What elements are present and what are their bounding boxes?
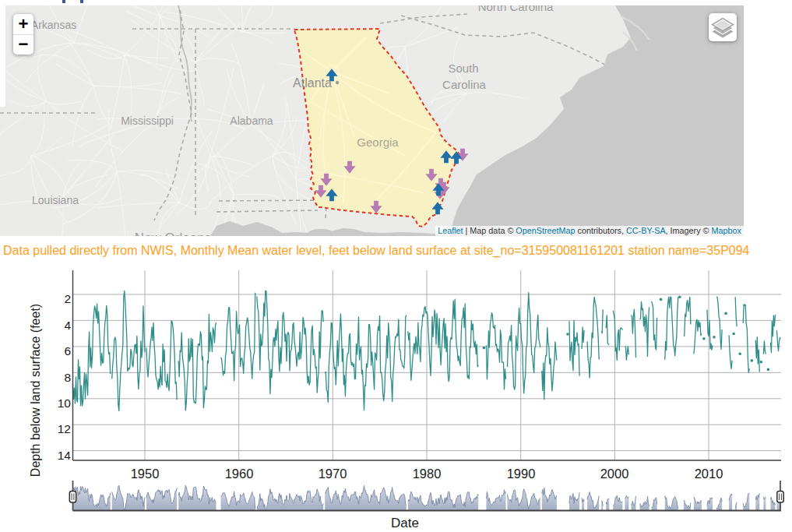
svg-text:Atlanta: Atlanta [293, 76, 332, 90]
svg-text:Arkansas: Arkansas [31, 19, 76, 31]
svg-text:12: 12 [58, 422, 71, 435]
svg-text:14: 14 [58, 449, 72, 462]
svg-text:Alabama: Alabama [230, 115, 273, 127]
svg-text:10: 10 [58, 396, 72, 410]
svg-text:Depth below land surface (feet: Depth below land surface (feet) [29, 304, 42, 477]
svg-text:4: 4 [64, 319, 71, 332]
svg-text:New Orleans: New Orleans [135, 231, 211, 236]
svg-text:1990: 1990 [507, 467, 536, 481]
svg-text:Georgia: Georgia [357, 136, 399, 149]
svg-text:Date: Date [391, 516, 419, 530]
svg-text:1950: 1950 [131, 467, 160, 481]
svg-text:2: 2 [64, 292, 71, 305]
svg-text:Carolina: Carolina [442, 78, 487, 91]
svg-text:South: South [448, 62, 478, 75]
svg-text:6: 6 [64, 344, 71, 358]
svg-text:Mississippi: Mississippi [121, 115, 174, 127]
svg-text:North Carolina: North Carolina [478, 5, 554, 13]
svg-text:1980: 1980 [413, 467, 442, 481]
svg-text:1960: 1960 [225, 467, 254, 481]
svg-text:1970: 1970 [319, 467, 347, 481]
svg-text:8: 8 [64, 371, 71, 384]
svg-text:2000: 2000 [600, 467, 629, 481]
svg-text:Louisiana: Louisiana [32, 194, 79, 206]
svg-text:2010: 2010 [695, 467, 723, 481]
